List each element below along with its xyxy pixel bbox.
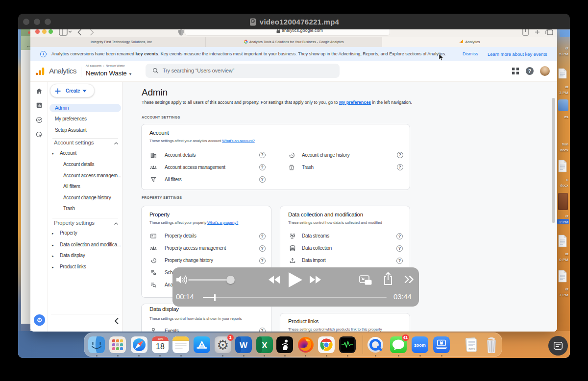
svg-text:.DOCX: .DOCX	[468, 348, 475, 351]
svg-text:JUN: JUN	[157, 337, 162, 340]
svg-text:zoom: zoom	[414, 343, 426, 348]
svg-text:X: X	[262, 341, 268, 350]
svg-text:18: 18	[156, 342, 165, 351]
svg-text:W: W	[240, 341, 248, 350]
